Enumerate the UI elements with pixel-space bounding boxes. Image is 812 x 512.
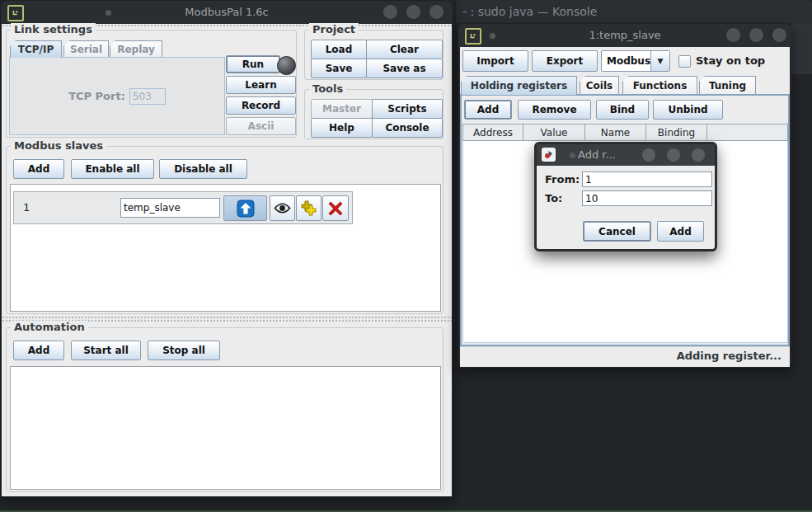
- tab-tuning[interactable]: Tuning: [699, 76, 756, 95]
- from-label: From:: [545, 173, 580, 186]
- close-button[interactable]: [429, 5, 444, 19]
- tcp-port-input[interactable]: [129, 88, 166, 105]
- column-header-blank: [707, 124, 787, 140]
- minimize-button[interactable]: [642, 148, 655, 162]
- maximize-button[interactable]: [749, 28, 763, 42]
- close-button[interactable]: [692, 148, 705, 162]
- run-led-indicator: [277, 56, 296, 75]
- project-group: Project Load Clear Save Save as: [304, 30, 444, 80]
- tcpip-tab-panel: TCP Port:: [9, 57, 225, 135]
- automation-group: Automation Add Start all Stop all: [6, 327, 444, 492]
- load-button[interactable]: Load: [311, 40, 367, 59]
- modbus-slaves-group: Modbus slaves Add Enable all Disable all…: [6, 146, 444, 314]
- link-settings-group: Link settings TCP/IP Serial Replay TCP P…: [6, 30, 297, 138]
- disable-all-button[interactable]: Disable all: [159, 159, 247, 179]
- delete-x-icon: [328, 201, 343, 216]
- export-button[interactable]: Export: [532, 50, 598, 72]
- register-bind-button[interactable]: Bind: [596, 100, 649, 120]
- konsole-title: - : sudo java — Konsole: [462, 0, 597, 23]
- duplicate-plus-icon: [301, 200, 317, 217]
- slave-name-input[interactable]: [120, 198, 220, 218]
- modbuspal-window: ModbusPal 1.6c Link settings TCP/IP Seri…: [1, 1, 453, 497]
- maximize-button[interactable]: [406, 5, 420, 19]
- start-all-button[interactable]: Start all: [71, 341, 141, 360]
- minimize-button[interactable]: [726, 28, 740, 42]
- learn-button[interactable]: Learn: [226, 76, 296, 94]
- close-button[interactable]: [772, 28, 786, 42]
- eye-icon: [274, 202, 291, 214]
- stay-on-top-label: Stay on top: [696, 54, 765, 67]
- window-title: 1:temp_slave: [458, 24, 791, 47]
- dialog-cancel-button[interactable]: Cancel: [583, 221, 651, 242]
- mode-combobox[interactable]: Modbus ▼: [601, 50, 670, 72]
- status-bar: Adding register...: [460, 346, 790, 367]
- slave-row[interactable]: 1: [13, 191, 353, 224]
- to-input[interactable]: [582, 190, 712, 206]
- master-button[interactable]: Master: [311, 99, 373, 119]
- tab-functions[interactable]: Functions: [622, 76, 697, 95]
- stop-all-button[interactable]: Stop all: [148, 341, 220, 360]
- konsole-edge: [791, 23, 812, 74]
- status-text: Adding register...: [677, 350, 781, 362]
- slave-duplicate-button[interactable]: [296, 195, 322, 221]
- column-header-binding[interactable]: Binding: [646, 124, 707, 140]
- automation-list: [10, 366, 441, 490]
- automation-title: Automation: [11, 321, 88, 333]
- up-arrow-icon: [237, 200, 255, 218]
- slave-id: 1: [23, 201, 30, 214]
- dialog-add-button[interactable]: Add: [657, 221, 704, 242]
- modbuspal-content: Link settings TCP/IP Serial Replay TCP P…: [2, 24, 452, 496]
- clear-button[interactable]: Clear: [366, 40, 443, 59]
- dialog-titlebar[interactable]: Add r...: [537, 144, 715, 166]
- register-add-button[interactable]: Add: [464, 100, 512, 120]
- combo-value: Modbus: [602, 51, 650, 71]
- tools-group: Tools Master Scripts Help Console: [304, 89, 444, 139]
- project-title: Project: [309, 23, 359, 35]
- tab-coils[interactable]: Coils: [580, 76, 619, 95]
- register-unbind-button[interactable]: Unbind: [653, 100, 723, 120]
- save-as-button[interactable]: Save as: [366, 59, 443, 78]
- slave-list: 1: [10, 184, 441, 312]
- record-button[interactable]: Record: [226, 96, 296, 115]
- link-settings-title: Link settings: [11, 23, 96, 35]
- slave-add-button[interactable]: Add: [13, 159, 64, 179]
- scripts-button[interactable]: Scripts: [372, 99, 443, 119]
- save-button[interactable]: Save: [311, 59, 367, 78]
- modbuspal-titlebar[interactable]: ModbusPal 1.6c: [1, 1, 453, 24]
- column-header-name[interactable]: Name: [585, 124, 646, 140]
- run-button[interactable]: Run: [226, 55, 280, 73]
- tab-serial[interactable]: Serial: [63, 40, 109, 58]
- minimize-button[interactable]: [383, 5, 397, 19]
- add-registers-dialog: Add r... From: To: Cancel Add: [534, 142, 717, 251]
- column-header-value[interactable]: Value: [523, 124, 585, 140]
- maximize-button[interactable]: [667, 148, 680, 162]
- desktop: - : sudo java — Konsole ModbusPal 1.6c L…: [0, 0, 812, 512]
- tools-title: Tools: [309, 82, 346, 95]
- chevron-down-icon[interactable]: ▼: [650, 51, 669, 71]
- import-button[interactable]: Import: [462, 50, 528, 72]
- enable-all-button[interactable]: Enable all: [71, 159, 154, 179]
- register-remove-button[interactable]: Remove: [518, 100, 591, 120]
- column-header-address[interactable]: Address: [463, 124, 523, 140]
- slave-view-button[interactable]: [270, 195, 295, 221]
- slave-enable-toggle[interactable]: [223, 195, 267, 221]
- ascii-button[interactable]: Ascii: [226, 117, 296, 135]
- from-input[interactable]: [582, 171, 712, 187]
- automation-add-button[interactable]: Add: [13, 341, 64, 360]
- tab-holding-registers[interactable]: Holding registers: [461, 76, 577, 95]
- console-button[interactable]: Console: [372, 118, 443, 138]
- to-label: To:: [545, 192, 562, 204]
- tcp-port-label: TCP Port:: [68, 90, 125, 102]
- modbus-slaves-title: Modbus slaves: [11, 139, 106, 152]
- tab-replay[interactable]: Replay: [110, 40, 162, 58]
- konsole-titlebar[interactable]: - : sudo java — Konsole: [456, 0, 812, 23]
- tab-tcpip[interactable]: TCP/IP: [10, 40, 62, 58]
- table-header-row: Address Value Name Binding: [462, 124, 788, 141]
- dialog-title: Add r...: [537, 144, 657, 166]
- slave-delete-button[interactable]: [322, 195, 349, 221]
- help-button[interactable]: Help: [311, 118, 373, 138]
- temp-slave-titlebar[interactable]: 1:temp_slave: [458, 24, 791, 47]
- stay-on-top-checkbox[interactable]: [678, 55, 691, 68]
